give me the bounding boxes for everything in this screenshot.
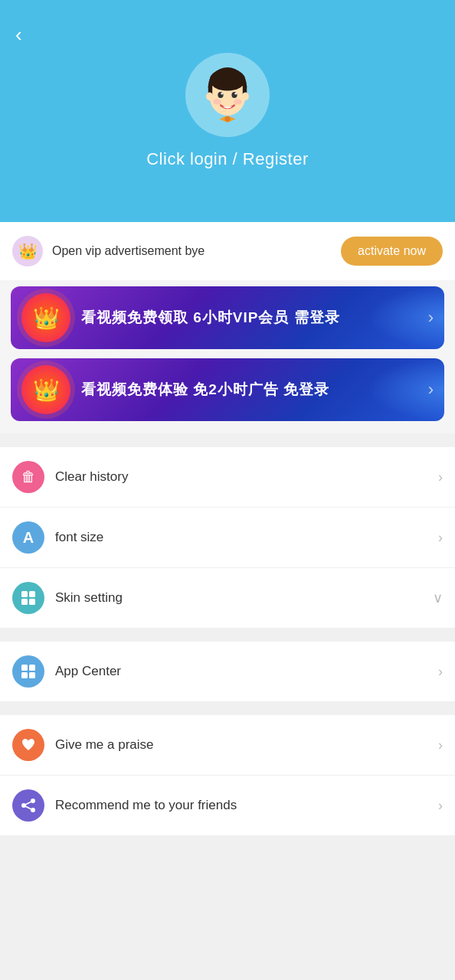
banners-container: 👑 看视频免费领取 6小时VIP会员 需登录 › 👑 看视频免费体验 免2小时广… (0, 280, 455, 433)
section-gap-3 (0, 701, 455, 715)
font-size-icon-circle: A (12, 521, 44, 554)
login-register-label[interactable]: Click login / Register (146, 149, 309, 169)
svg-point-12 (234, 99, 242, 104)
menu-section-3: Give me a praise › Recommend me to your … (0, 715, 455, 835)
banner-2-text: 看视频免费体验 免2小时广告 免登录 (81, 380, 329, 400)
svg-point-2 (210, 69, 246, 91)
menu-item-recommend[interactable]: Recommend me to your friends › (0, 776, 455, 835)
trash-icon: 🗑 (21, 469, 36, 485)
svg-rect-22 (29, 672, 35, 678)
menu-item-skin-setting[interactable]: Skin setting ∨ (0, 568, 455, 628)
menu-label-recommend: Recommend me to your friends (55, 798, 427, 813)
crown-icon: 👑 (18, 242, 38, 260)
svg-point-10 (234, 93, 237, 95)
font-icon: A (23, 529, 34, 547)
banner-1-arrow: › (428, 308, 434, 328)
heart-icon (20, 737, 37, 753)
section-gap-1 (0, 433, 455, 447)
svg-rect-18 (29, 599, 35, 605)
menu-item-app-center[interactable]: App Center › (0, 642, 455, 701)
grid-icon (20, 590, 37, 606)
menu-item-clear-history[interactable]: 🗑 Clear history › (0, 447, 455, 508)
skin-setting-icon-circle (12, 582, 44, 614)
svg-point-14 (224, 116, 230, 122)
svg-line-27 (24, 805, 33, 810)
banner-2-crown: 👑 (21, 365, 70, 414)
menu-item-give-praise[interactable]: Give me a praise › (0, 715, 455, 776)
back-button[interactable]: ‹ (15, 23, 22, 47)
app-center-icon-circle (12, 655, 44, 688)
crown-icon-1: 👑 (33, 305, 60, 331)
chevron-down-icon: ∨ (433, 590, 443, 606)
ad-text: Open vip advertisement bye (52, 244, 332, 258)
banner-1[interactable]: 👑 看视频免费领取 6小时VIP会员 需登录 › (11, 286, 444, 349)
chevron-right-icon-4: › (438, 737, 443, 753)
menu-item-font-size[interactable]: A font size › (0, 508, 455, 568)
svg-point-6 (242, 92, 249, 100)
svg-rect-17 (21, 599, 28, 605)
share-icon (20, 797, 37, 814)
banner-2-arrow: › (428, 380, 434, 400)
banner-1-text: 看视频免费领取 6小时VIP会员 需登录 (81, 308, 340, 328)
svg-rect-21 (21, 672, 28, 678)
avatar[interactable] (185, 53, 270, 137)
banner-1-crown: 👑 (21, 293, 70, 342)
svg-rect-16 (29, 591, 35, 597)
ad-icon: 👑 (12, 236, 43, 266)
chevron-right-icon: › (438, 469, 443, 485)
menu-label-skin-setting: Skin setting (55, 590, 422, 606)
menu-section-2: App Center › (0, 642, 455, 701)
svg-rect-19 (21, 665, 28, 671)
menu-section-1: 🗑 Clear history › A font size › Skin set… (0, 447, 455, 628)
chevron-right-icon-5: › (438, 798, 443, 814)
crown-icon-2: 👑 (33, 377, 60, 403)
apps-icon (20, 663, 37, 680)
avatar-image (193, 60, 262, 129)
section-gap-2 (0, 628, 455, 642)
chevron-right-icon-3: › (438, 664, 443, 680)
svg-point-9 (221, 93, 223, 95)
svg-point-11 (213, 99, 221, 104)
recommend-icon-circle (12, 789, 44, 822)
header: ‹ (0, 0, 455, 222)
menu-label-app-center: App Center (55, 664, 427, 679)
banner-2[interactable]: 👑 看视频免费体验 免2小时广告 免登录 › (11, 358, 444, 421)
svg-rect-15 (21, 591, 28, 597)
svg-line-26 (24, 801, 33, 805)
ad-row: 👑 Open vip advertisement bye activate no… (0, 222, 455, 280)
svg-point-5 (206, 92, 213, 100)
clear-history-icon-circle: 🗑 (12, 461, 44, 493)
svg-rect-20 (29, 665, 35, 671)
praise-icon-circle (12, 729, 44, 761)
chevron-right-icon-2: › (438, 530, 443, 546)
menu-label-give-praise: Give me a praise (55, 737, 427, 753)
menu-label-clear-history: Clear history (55, 469, 427, 485)
menu-label-font-size: font size (55, 530, 427, 545)
activate-now-button[interactable]: activate now (341, 237, 443, 266)
